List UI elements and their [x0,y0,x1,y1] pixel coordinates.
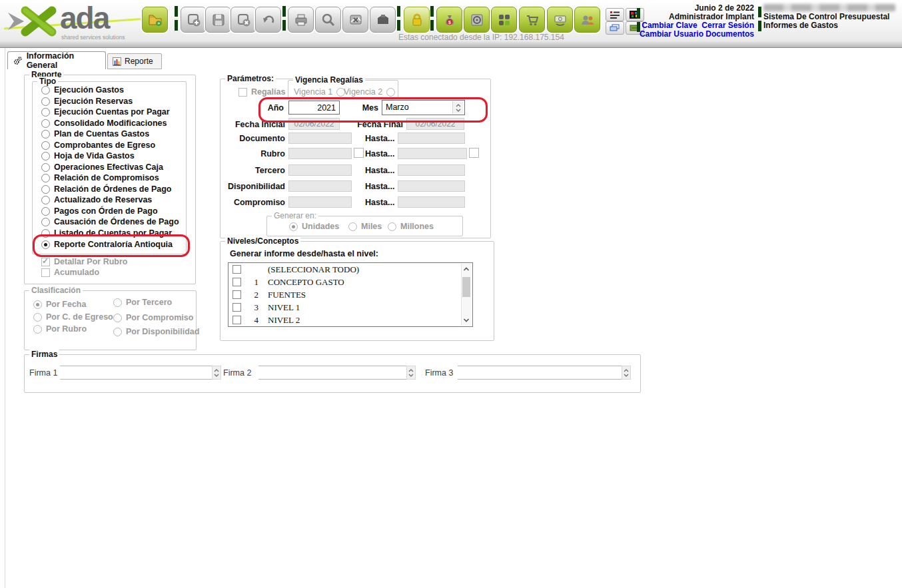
firma2-combobox[interactable] [258,366,406,380]
vigencia-2-radio[interactable]: Vigencia 2 [344,87,395,97]
option-miles[interactable]: Miles [348,222,382,231]
option-plan-de-cuentas-gastos[interactable]: Plan de Cuentas Gastos [41,129,149,139]
delete-button[interactable] [230,7,256,33]
ano-label: Año [246,103,284,113]
tools-button[interactable] [370,7,396,33]
niveles-listbox[interactable]: (SELECCIONAR TODO) 1CONCEPTO GASTO 2FUEN… [228,262,473,327]
listbox-scrollbar[interactable] [461,264,472,326]
app-window: ada shared services solutions [0,0,902,588]
firma3-spinner[interactable] [622,366,631,380]
documentos-link[interactable]: Documentos [705,29,754,39]
firma1-label: Firma 1 [29,368,57,378]
list-item-concepto-gasto[interactable]: 1CONCEPTO GASTO [228,276,472,288]
print-button[interactable] [288,7,314,33]
disponibilidad-label: Disponibilidad [219,182,285,191]
checkbox-label: Acumulado [54,268,99,277]
checkbox-icon [232,290,241,299]
firma2-spinner[interactable] [406,366,416,380]
firma1-spinner[interactable] [212,366,221,380]
modules-button[interactable] [491,7,517,33]
list-item-fuentes[interactable]: 2FUENTES [228,288,472,301]
option-unidades[interactable]: Unidades [289,222,339,231]
firma3-combobox[interactable] [458,366,622,380]
option-ejecucion-gastos[interactable]: Ejecución Gastos [41,85,124,95]
radio-icon [41,229,50,238]
option-operaciones-efectivas-caja[interactable]: Operaciones Efectivas Caja [41,162,163,172]
option-relacion-de-compromisos[interactable]: Relación de Compromisos [41,173,159,182]
scroll-up-icon[interactable] [462,264,471,274]
scrollbar-thumb[interactable] [462,277,470,297]
option-label: Reporte Contraloría Antioquia [54,240,173,249]
regalias-checkbox[interactable]: Regalías [238,87,285,97]
users-button[interactable] [574,7,600,33]
new-button[interactable] [181,7,207,33]
option-listado-de-cuentas-por-pagar[interactable]: Listado de Cuentas por Pagar [41,228,172,238]
lock-button[interactable] [404,7,430,33]
radio-icon-selected [41,240,50,249]
radio-icon [41,97,50,106]
option-causacion-de-ordenes-de-pago[interactable]: Causación de Órdenes de Pago [41,217,179,226]
entity-name-redacted [763,4,895,11]
option-ejecucion-reservas[interactable]: Ejecución Reservas [41,97,133,106]
cambiar-clave-link[interactable]: Cambiar Clave [642,21,697,30]
option-por-rubro[interactable]: Por Rubro [33,324,87,334]
detallar-por-rubro-checkbox[interactable]: Detallar Por Rubro [41,257,127,266]
list-view-button[interactable] [606,8,624,21]
list-item-seleccionar-todo[interactable]: (SELECCIONAR TODO) [228,263,472,276]
scroll-down-icon[interactable] [462,315,471,326]
undo-button[interactable] [255,7,281,33]
option-pagos-con-orden-de-pago[interactable]: Pagos con Órden de Pago [41,206,158,216]
option-label: Hoja de Vida Gastos [54,151,135,160]
windows-button[interactable] [606,21,624,35]
option-label: Ejecución Cuentas por Pagar [54,107,170,117]
export-image-button[interactable] [342,7,368,33]
spinner-arrows-icon[interactable] [452,101,464,114]
tab-reporte[interactable]: Reporte [107,53,162,69]
option-por-c-de-egreso[interactable]: Por C. de Egreso [33,312,113,322]
option-relacion-de-ordenes-de-pago[interactable]: Relación de Órdenes de Pago [41,184,171,194]
option-hoja-de-vida-gastos[interactable]: Hoja de Vida Gastos [41,151,135,160]
header: ada shared services solutions [0,0,902,41]
option-reporte-contraloria-antioquia[interactable]: Reporte Contraloría Antioquia [41,240,173,249]
cambiar-usuario-link[interactable]: Cambiar Usuario [640,29,703,39]
radio-icon [41,174,50,182]
money-bag-button[interactable]: $ [436,7,462,33]
rubro-hasta-lookup-button[interactable] [469,148,479,158]
cart-button[interactable] [519,7,545,33]
option-por-disponibilidad[interactable]: Por Disponibilidad [113,327,199,336]
vigencia-1-radio[interactable]: Vigencia 1 [294,87,345,97]
checkbox-icon [41,268,50,277]
item-label: CONCEPTO GASTO [268,277,344,288]
option-consolidado-modificaciones[interactable]: Consolidado Modificaciones [41,119,167,128]
payments-button[interactable] [547,7,573,33]
item-number: 3 [241,302,258,313]
option-por-compromiso[interactable]: Por Compromiso [113,313,193,322]
radio-icon-selected [289,222,298,231]
ano-input[interactable]: 2021 [288,101,340,115]
tab-informacion-general[interactable]: Información General [7,51,106,69]
safe-button[interactable] [464,7,490,33]
niveles-subtitle: Generar informe desde/hasta el nivel: [230,249,378,258]
rubro-lookup-button[interactable] [354,148,364,158]
firma1-combobox[interactable] [60,366,212,380]
mes-label: Mes [356,103,378,113]
vigencia-group-label: Vigencia Regalías [293,75,365,85]
option-millones[interactable]: Millones [388,222,434,231]
option-por-tercero[interactable]: Por Tercero [113,298,172,307]
brand-tagline: shared services solutions [61,34,125,41]
option-comprobantes-de-egreso[interactable]: Comprobantes de Egreso [41,141,155,150]
option-ejecucion-cuentas-por-pagar[interactable]: Ejecución Cuentas por Pagar [41,107,170,117]
hasta-label: Hasta... [365,182,394,191]
list-item-nivel-2[interactable]: 4NIVEL 2 [228,314,472,326]
save-button[interactable] [205,7,231,33]
tab-label: Reporte [125,57,153,66]
cerrar-sesion-link[interactable]: Cerrar Sesión [701,21,754,30]
open-folder-button[interactable] [142,7,168,33]
search-button[interactable] [315,7,341,33]
option-por-fecha[interactable]: Por Fecha [33,300,86,309]
list-item-nivel-1[interactable]: 3NIVEL 1 [228,301,472,314]
niveles-group-label: Niveles/Conceptos [225,236,300,246]
option-actualizado-de-reservas[interactable]: Actualizado de Reservas [41,195,152,204]
mes-combobox[interactable]: Marzo [382,100,465,115]
acumulado-checkbox[interactable]: Acumulado [41,268,99,277]
